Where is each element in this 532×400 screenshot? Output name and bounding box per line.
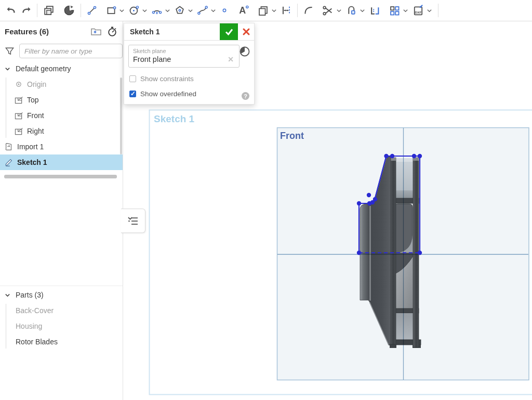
new-folder-icon[interactable] bbox=[90, 27, 102, 36]
trim-menu-chevron-icon[interactable] bbox=[336, 8, 342, 14]
polygon-menu-chevron-icon[interactable] bbox=[188, 8, 193, 14]
features-panel: Features (6) Default geometry Origin Top… bbox=[0, 21, 123, 400]
revolve-icon[interactable] bbox=[61, 2, 77, 19]
part-item-label: Rotor Blades bbox=[16, 338, 58, 346]
sketch-dialog-title: Sketch 1 bbox=[124, 23, 220, 40]
parts-children: Back-Cover Housing Rotor Blades bbox=[0, 303, 123, 350]
sketch-dialog: Sketch 1 Sketch plane Front plane ✕ Show… bbox=[124, 23, 255, 105]
circular-pattern-menu-chevron-icon[interactable] bbox=[403, 8, 408, 14]
tree-item-label: Origin bbox=[27, 80, 46, 88]
part-item-housing[interactable]: Housing bbox=[0, 318, 123, 334]
line-icon[interactable] bbox=[85, 2, 99, 19]
svg-text:DXF: DXF bbox=[415, 10, 422, 14]
tree-group-label: Default geometry bbox=[16, 64, 71, 73]
tree-item-right[interactable]: Right bbox=[0, 123, 123, 139]
filter-row bbox=[0, 41, 123, 61]
sketch-dialog-body: Sketch plane Front plane ✕ Show constrai… bbox=[124, 41, 254, 104]
part-item-rotor-blades[interactable]: Rotor Blades bbox=[0, 334, 123, 350]
close-icon bbox=[242, 28, 250, 36]
parts-section-title: Parts (3) bbox=[16, 291, 44, 299]
rectangle-menu-chevron-icon[interactable] bbox=[119, 8, 125, 14]
checkbox-icon[interactable] bbox=[129, 91, 136, 97]
parts-section-divider bbox=[0, 286, 123, 286]
part-item-back-cover[interactable]: Back-Cover bbox=[0, 303, 123, 318]
chevron-down-icon[interactable] bbox=[2, 292, 12, 298]
features-panel-header: Features (6) bbox=[0, 21, 123, 41]
filter-icon[interactable] bbox=[5, 46, 15, 56]
fillet-icon[interactable] bbox=[301, 2, 316, 19]
plane-icon bbox=[14, 112, 24, 120]
plane-icon bbox=[14, 96, 24, 104]
mirror-icon[interactable] bbox=[344, 2, 359, 19]
sketch-plane-field-label: Sketch plane bbox=[133, 48, 235, 54]
sketch-dialog-header: Sketch 1 bbox=[124, 23, 254, 41]
spline-icon[interactable] bbox=[195, 2, 210, 19]
part-flange-foot bbox=[390, 345, 396, 348]
redo-icon[interactable] bbox=[19, 2, 33, 19]
text-icon[interactable]: A bbox=[235, 2, 251, 19]
convert-menu-chevron-icon[interactable] bbox=[271, 8, 277, 14]
import-icon bbox=[4, 142, 14, 151]
part-item-label: Back-Cover bbox=[16, 306, 54, 315]
circle-menu-chevron-icon[interactable] bbox=[142, 8, 148, 14]
tree-item-top[interactable]: Top bbox=[0, 92, 123, 108]
toolbar-divider bbox=[37, 4, 37, 17]
feature-list-flyout-tab[interactable] bbox=[121, 209, 145, 233]
tree-group-default-geometry[interactable]: Default geometry bbox=[0, 61, 123, 76]
cancel-button[interactable] bbox=[238, 23, 254, 40]
rollback-timer-icon[interactable] bbox=[107, 26, 117, 37]
circle-icon[interactable] bbox=[127, 2, 141, 19]
features-panel-title: Features (6) bbox=[5, 27, 85, 36]
rectangle-icon[interactable] bbox=[104, 2, 118, 19]
rollback-clock-icon[interactable] bbox=[239, 46, 250, 59]
sketch-plane-value: Front plane bbox=[133, 55, 227, 63]
dimension-icon[interactable] bbox=[279, 2, 294, 19]
tree-item-label: Import 1 bbox=[17, 143, 44, 151]
chevron-down-icon[interactable] bbox=[2, 66, 12, 72]
checkbox-icon[interactable] bbox=[129, 75, 136, 82]
extrude-icon[interactable] bbox=[41, 2, 57, 19]
point-icon[interactable] bbox=[218, 2, 231, 19]
sidebar-scrollbar[interactable] bbox=[120, 78, 122, 154]
checkmark-icon bbox=[224, 27, 234, 37]
toolbar-divider bbox=[81, 4, 81, 17]
default-geometry-children: Origin Top Front Right bbox=[0, 76, 123, 139]
tree-item-label: Right bbox=[27, 127, 44, 135]
parts-section-header[interactable]: Parts (3) bbox=[0, 287, 123, 303]
toolbar-divider bbox=[297, 4, 298, 17]
linear-pattern-icon[interactable] bbox=[367, 2, 382, 19]
convert-entities-icon[interactable] bbox=[256, 2, 271, 19]
clear-selection-icon[interactable]: ✕ bbox=[227, 55, 235, 63]
filter-input[interactable] bbox=[19, 44, 123, 58]
tree-item-import-1[interactable]: Import 1 bbox=[0, 139, 123, 154]
show-overdefined-checkbox[interactable]: Show overdefined bbox=[129, 90, 249, 98]
checkbox-label: Show overdefined bbox=[140, 90, 196, 98]
sketch-pencil-icon bbox=[4, 158, 14, 167]
arc-menu-chevron-icon[interactable] bbox=[165, 8, 170, 14]
sketch-plane-field[interactable]: Sketch plane Front plane ✕ bbox=[128, 45, 240, 68]
trim-icon[interactable] bbox=[321, 2, 336, 19]
tree-item-sketch-1[interactable]: Sketch 1 bbox=[0, 154, 123, 170]
circular-pattern-icon[interactable] bbox=[387, 2, 402, 19]
sketch-canvas-label: Sketch 1 bbox=[154, 113, 195, 124]
checkbox-label: Show constraints bbox=[140, 75, 194, 83]
polygon-icon[interactable] bbox=[172, 2, 187, 19]
spline-menu-chevron-icon[interactable] bbox=[210, 8, 216, 14]
rollback-bar[interactable] bbox=[4, 175, 117, 178]
feature-list-icon bbox=[127, 215, 139, 227]
tree-item-label: Top bbox=[27, 96, 39, 104]
insert-dxf-icon[interactable]: DXF bbox=[410, 2, 426, 19]
origin-icon bbox=[14, 81, 24, 87]
tree-item-front[interactable]: Front bbox=[0, 108, 123, 123]
mirror-menu-chevron-icon[interactable] bbox=[360, 8, 365, 14]
toolbar-divider bbox=[438, 4, 438, 17]
confirm-button[interactable] bbox=[220, 23, 238, 40]
tree-item-origin[interactable]: Origin bbox=[0, 76, 123, 92]
arc-icon[interactable] bbox=[150, 2, 164, 19]
cad-app-window: { "toolbar": { "tools": ["undo","redo","… bbox=[0, 0, 532, 400]
front-view-label: Front bbox=[280, 131, 304, 141]
help-icon[interactable]: ? bbox=[242, 92, 249, 100]
show-constraints-checkbox[interactable]: Show constraints bbox=[129, 75, 249, 83]
undo-icon[interactable] bbox=[4, 2, 19, 19]
dxf-menu-chevron-icon[interactable] bbox=[427, 8, 432, 14]
